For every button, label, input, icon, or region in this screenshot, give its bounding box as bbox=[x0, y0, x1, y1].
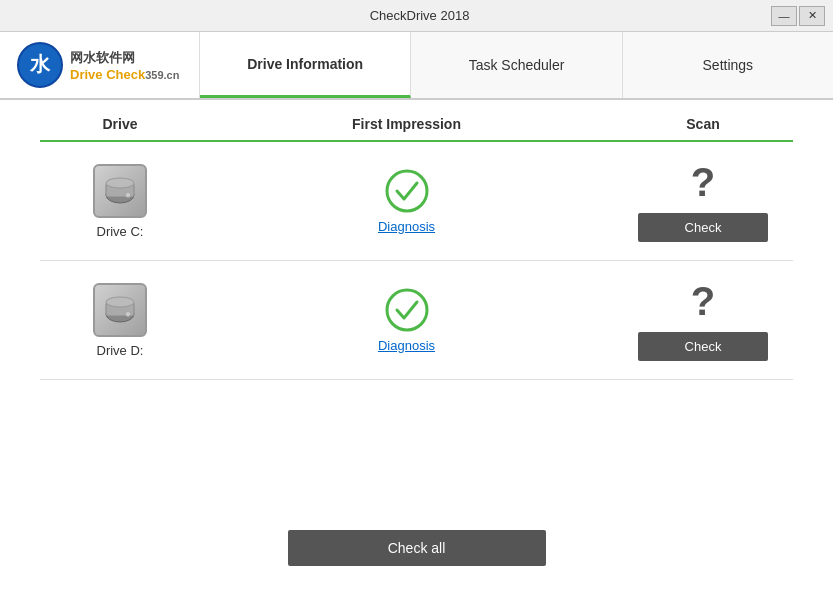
drive-cell-c: Drive C: bbox=[40, 164, 200, 239]
scan-status-icon-d: ? bbox=[691, 279, 715, 324]
svg-point-5 bbox=[126, 192, 131, 197]
col-header-impression: First Impression bbox=[200, 116, 613, 132]
close-button[interactable]: ✕ bbox=[799, 6, 825, 26]
logo-text: 网水软件网 Drive Check359.cn bbox=[70, 49, 179, 82]
drive-cell-d: Drive D: bbox=[40, 283, 200, 358]
scan-status-icon-c: ? bbox=[691, 160, 715, 205]
svg-text:水: 水 bbox=[29, 53, 51, 75]
col-header-drive: Drive bbox=[40, 116, 200, 132]
tab-drive-information[interactable]: Drive Information bbox=[200, 32, 411, 98]
bottom-bar: Check all bbox=[40, 510, 793, 590]
check-button-d[interactable]: Check bbox=[638, 332, 768, 361]
nav-tabs: Drive Information Task Scheduler Setting… bbox=[200, 32, 833, 98]
svg-point-6 bbox=[387, 171, 427, 211]
diagnosis-link-d[interactable]: Diagnosis bbox=[378, 338, 435, 353]
impression-cell-c: Diagnosis bbox=[200, 169, 613, 234]
impression-cell-d: Diagnosis bbox=[200, 288, 613, 353]
scan-cell-d: ? Check bbox=[613, 279, 793, 361]
table-header: Drive First Impression Scan bbox=[40, 100, 793, 142]
drive-row-d: Drive D: Diagnosis ? Check bbox=[40, 261, 793, 380]
minimize-button[interactable]: — bbox=[771, 6, 797, 26]
drive-icon-c bbox=[93, 164, 147, 218]
title-bar: CheckDrive 2018 — ✕ bbox=[0, 0, 833, 32]
scan-cell-c: ? Check bbox=[613, 160, 793, 242]
check-button-c[interactable]: Check bbox=[638, 213, 768, 242]
diagnosis-link-c[interactable]: Diagnosis bbox=[378, 219, 435, 234]
status-icon-c bbox=[385, 169, 429, 213]
drive-icon-d bbox=[93, 283, 147, 337]
svg-point-10 bbox=[126, 311, 131, 316]
logo-bottom: Drive Check359.cn bbox=[70, 67, 179, 82]
logo-area: 水 网水软件网 Drive Check359.cn bbox=[0, 32, 200, 98]
hdd-icon-d bbox=[102, 292, 138, 328]
col-header-scan: Scan bbox=[613, 116, 793, 132]
drive-label-c: Drive C: bbox=[97, 224, 144, 239]
logo-top: 网水软件网 bbox=[70, 49, 179, 67]
svg-point-4 bbox=[106, 178, 134, 188]
hdd-icon-c bbox=[102, 173, 138, 209]
logo-icon: 水 bbox=[16, 41, 64, 89]
check-all-button[interactable]: Check all bbox=[288, 530, 546, 566]
header: 水 网水软件网 Drive Check359.cn Drive Informat… bbox=[0, 32, 833, 100]
tab-settings[interactable]: Settings bbox=[623, 32, 833, 98]
main-content: Drive First Impression Scan Drive C: Dia… bbox=[0, 100, 833, 590]
drive-row-c: Drive C: Diagnosis ? Check bbox=[40, 142, 793, 261]
svg-point-11 bbox=[387, 290, 427, 330]
svg-point-9 bbox=[106, 297, 134, 307]
window-title: CheckDrive 2018 bbox=[68, 8, 771, 23]
drive-label-d: Drive D: bbox=[97, 343, 144, 358]
window-controls: — ✕ bbox=[771, 6, 825, 26]
tab-task-scheduler[interactable]: Task Scheduler bbox=[411, 32, 622, 98]
status-icon-d bbox=[385, 288, 429, 332]
